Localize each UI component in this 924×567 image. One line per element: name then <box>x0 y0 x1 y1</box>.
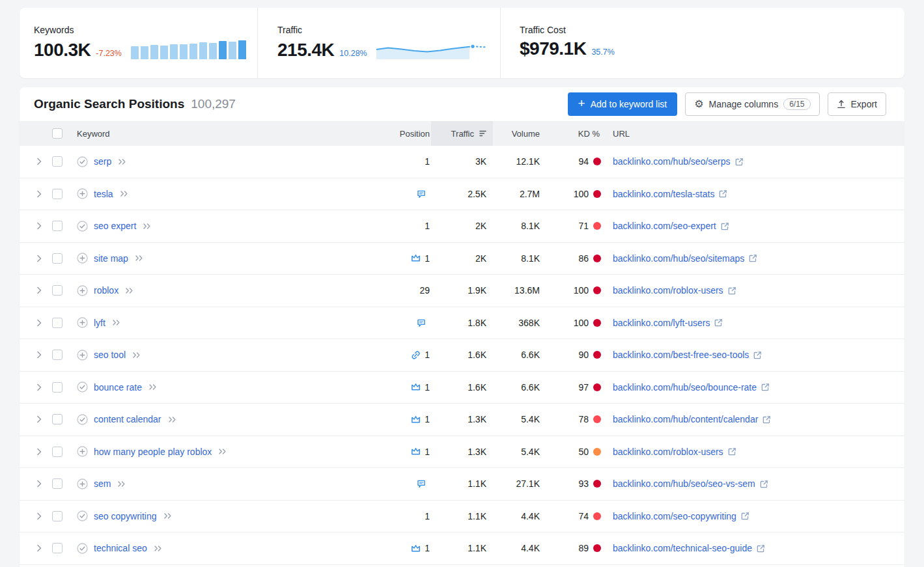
keyword-arrows-icon[interactable] <box>143 223 152 230</box>
external-link-icon[interactable] <box>721 222 729 230</box>
column-header-position[interactable]: Position <box>366 129 431 139</box>
row-checkbox[interactable] <box>52 189 63 199</box>
column-header-traffic[interactable]: Traffic <box>431 121 493 146</box>
plus-circle-icon[interactable] <box>77 478 88 490</box>
manage-columns-button[interactable]: ⚙ Manage columns 6/15 <box>685 92 819 116</box>
row-checkbox[interactable] <box>52 382 63 393</box>
row-checkbox[interactable] <box>52 447 63 457</box>
url-link[interactable]: backlinko.com/seo-expert <box>613 221 716 231</box>
url-link[interactable]: backlinko.com/roblox-users <box>613 447 723 457</box>
expand-chevron-icon[interactable] <box>30 415 48 423</box>
keyword-arrows-icon[interactable] <box>154 545 163 552</box>
keyword-link[interactable]: seo tool <box>94 350 126 360</box>
keyword-link[interactable]: sem <box>94 478 111 489</box>
row-checkbox[interactable] <box>52 350 63 360</box>
check-circle-icon[interactable] <box>77 221 88 232</box>
expand-chevron-icon[interactable] <box>30 480 48 488</box>
keyword-link[interactable]: seo copywriting <box>94 511 157 521</box>
keyword-link[interactable]: bounce rate <box>94 382 142 393</box>
expand-chevron-icon[interactable] <box>30 286 48 294</box>
keyword-link[interactable]: roblox <box>94 285 119 296</box>
external-link-icon[interactable] <box>749 254 757 262</box>
keyword-arrows-icon[interactable] <box>132 352 141 359</box>
row-checkbox[interactable] <box>52 221 63 231</box>
external-link-icon[interactable] <box>761 383 770 391</box>
row-checkbox[interactable] <box>52 543 63 553</box>
url-link[interactable]: backlinko.com/roblox-users <box>613 285 723 296</box>
url-link[interactable]: backlinko.com/hub/seo/sitemaps <box>613 253 744 264</box>
url-link[interactable]: backlinko.com/technical-seo-guide <box>613 543 752 553</box>
keyword-link[interactable]: technical seo <box>94 543 147 553</box>
check-circle-icon[interactable] <box>77 510 88 521</box>
external-link-icon[interactable] <box>719 189 727 198</box>
column-header-kd[interactable]: KD % <box>545 129 604 139</box>
external-link-icon[interactable] <box>757 544 765 553</box>
check-circle-icon[interactable] <box>77 414 88 425</box>
keyword-link[interactable]: serp <box>94 156 111 167</box>
keyword-link[interactable]: seo expert <box>94 221 136 231</box>
keyword-link[interactable]: content calendar <box>94 414 161 424</box>
keyword-arrows-icon[interactable] <box>135 255 144 262</box>
row-checkbox[interactable] <box>52 285 63 296</box>
plus-circle-icon[interactable] <box>77 446 88 457</box>
external-link-icon[interactable] <box>728 447 736 456</box>
row-checkbox[interactable] <box>52 478 63 489</box>
external-link-icon[interactable] <box>741 512 749 520</box>
keyword-link[interactable]: site map <box>94 253 128 264</box>
plus-circle-icon[interactable] <box>77 350 88 361</box>
expand-chevron-icon[interactable] <box>30 383 48 391</box>
url-link[interactable]: backlinko.com/hub/content/calendar <box>613 414 758 424</box>
url-link[interactable]: backlinko.com/seo-copywriting <box>613 511 736 521</box>
plus-circle-icon[interactable] <box>77 253 88 264</box>
add-to-keyword-list-button[interactable]: + Add to keyword list <box>568 92 678 116</box>
expand-chevron-icon[interactable] <box>30 190 48 198</box>
url-link[interactable]: backlinko.com/lyft-users <box>613 318 710 328</box>
keyword-arrows-icon[interactable] <box>218 448 227 455</box>
expand-chevron-icon[interactable] <box>30 512 48 520</box>
external-link-icon[interactable] <box>760 480 768 488</box>
expand-chevron-icon[interactable] <box>30 158 48 165</box>
url-link[interactable]: backlinko.com/hub/seo/serps <box>613 156 731 167</box>
column-header-volume[interactable]: Volume <box>493 129 545 139</box>
external-link-icon[interactable] <box>763 415 771 424</box>
keyword-arrows-icon[interactable] <box>168 416 177 423</box>
keyword-link[interactable]: lyft <box>94 318 105 328</box>
check-circle-icon[interactable] <box>77 543 88 554</box>
keyword-arrows-icon[interactable] <box>117 480 126 488</box>
row-checkbox[interactable] <box>52 253 63 264</box>
external-link-icon[interactable] <box>753 351 762 359</box>
check-circle-icon[interactable] <box>77 156 88 167</box>
url-link[interactable]: backlinko.com/tesla-stats <box>613 189 714 199</box>
external-link-icon[interactable] <box>728 286 736 295</box>
url-link[interactable]: backlinko.com/best-free-seo-tools <box>613 350 749 360</box>
keyword-link[interactable]: tesla <box>94 189 113 199</box>
row-checkbox[interactable] <box>52 414 63 424</box>
external-link-icon[interactable] <box>714 318 723 327</box>
column-header-keyword[interactable]: Keyword <box>66 129 366 139</box>
expand-chevron-icon[interactable] <box>30 319 48 327</box>
keyword-arrows-icon[interactable] <box>120 190 129 197</box>
check-circle-icon[interactable] <box>77 381 88 393</box>
external-link-icon[interactable] <box>735 158 744 166</box>
export-button[interactable]: Export <box>828 92 886 116</box>
row-checkbox[interactable] <box>52 156 63 167</box>
row-checkbox[interactable] <box>52 318 63 328</box>
expand-chevron-icon[interactable] <box>30 255 48 262</box>
plus-circle-icon[interactable] <box>77 188 88 199</box>
expand-chevron-icon[interactable] <box>30 222 48 230</box>
url-link[interactable]: backlinko.com/hub/seo/seo-vs-sem <box>613 478 755 489</box>
plus-circle-icon[interactable] <box>77 285 88 296</box>
keyword-arrows-icon[interactable] <box>112 319 121 326</box>
keyword-arrows-icon[interactable] <box>118 158 127 165</box>
plus-circle-icon[interactable] <box>77 317 88 328</box>
keyword-arrows-icon[interactable] <box>148 383 158 391</box>
url-link[interactable]: backlinko.com/hub/seo/bounce-rate <box>613 382 757 393</box>
keyword-arrows-icon[interactable] <box>125 287 134 294</box>
expand-chevron-icon[interactable] <box>30 448 48 456</box>
expand-chevron-icon[interactable] <box>30 544 48 552</box>
expand-chevron-icon[interactable] <box>30 351 48 359</box>
column-header-url[interactable]: URL <box>604 129 904 139</box>
select-all-checkbox[interactable] <box>52 128 63 139</box>
keyword-arrows-icon[interactable] <box>163 512 173 519</box>
row-checkbox[interactable] <box>52 511 63 521</box>
